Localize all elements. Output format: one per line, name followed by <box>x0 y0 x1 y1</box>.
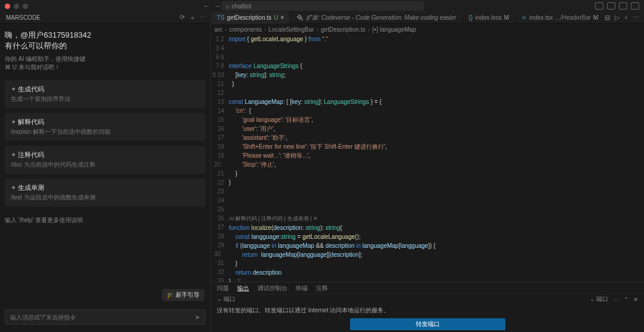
breadcrumb-item[interactable]: components <box>229 26 262 33</box>
panel-tabs: 问题输出调试控制台终端注释 <box>211 282 644 294</box>
suggestion-card[interactable]: 生成单测/test 为这段选中的函数生成单测 <box>5 179 206 207</box>
panel-left-label[interactable]: 端口 <box>217 295 235 303</box>
file-icon: ⚛ <box>522 14 527 21</box>
suggestion-card[interactable]: 生成代码生成一个冒泡排序算法 <box>5 80 206 108</box>
panel-tab[interactable]: 输出 <box>237 284 249 293</box>
panel-right-label[interactable]: 端口 <box>590 295 608 303</box>
compare-icon[interactable]: ⊟ <box>605 14 610 21</box>
tab[interactable]: ⚛ index.tsx .../HeaderBar M <box>516 12 600 24</box>
guide-button[interactable]: 🎓 新手引导 <box>162 289 204 301</box>
panel-close-icon[interactable]: ✕ <box>633 296 638 303</box>
extension-brand: MARSCODE ⟳ ＋ ⋯ <box>0 14 211 22</box>
chat-input-row: ➤ <box>5 309 206 325</box>
suggestion-card[interactable]: 解释代码/explain 解释一下当前选中函数的功能 <box>5 113 206 141</box>
panel-tab[interactable]: 问题 <box>217 284 229 293</box>
panel-tab[interactable]: 终端 <box>296 284 308 293</box>
file-icon: 🔌 <box>296 14 303 21</box>
breadcrumb-item[interactable]: {•} languageMap <box>372 26 416 33</box>
editor-pane: src›components›LocaleSettingBar›getDescr… <box>211 24 644 332</box>
suggestion-card[interactable]: 注释代码/doc 为当前选中的代码生成注释 <box>5 146 206 174</box>
greeting-sub2: ⌘ U 来与我对话吧！ <box>5 63 206 72</box>
breadcrumb-item[interactable]: src <box>214 26 222 33</box>
greeting-sub1: 你的 AI 编程助手，使用快捷键 <box>5 55 206 63</box>
back-icon[interactable]: ← <box>203 2 210 10</box>
file-icon: {} <box>469 14 473 21</box>
more-icon[interactable]: ⋯ <box>200 14 206 22</box>
forward-port-button[interactable]: 转发端口 <box>350 318 505 330</box>
breadcrumb-item[interactable]: LocaleSettingBar <box>269 26 314 33</box>
layout-controls <box>595 2 639 10</box>
breadcrumb-item[interactable]: getDescription.ts <box>321 26 365 33</box>
code-area[interactable]: 1 2 3 4 5 6 7 8 9 10 11 12 13 14 15 16 1… <box>211 35 644 282</box>
tab-bar: MARSCODE ⟳ ＋ ⋯ TS getDescription.ts U ×🔌… <box>0 12 644 24</box>
bottom-panel: 问题输出调试控制台终端注释 端口 端口 ⋯ ⌃ ✕ 没有转发的端口。转发端口以通… <box>211 282 644 332</box>
help-hint: 输入 '/help' 查看更多使用说明 <box>5 216 206 225</box>
search-icon: ⌕ <box>226 3 229 10</box>
file-icon: TS <box>217 14 225 21</box>
panel-maximize-icon[interactable]: ⌃ <box>624 296 628 303</box>
panel-tab[interactable]: 注释 <box>316 284 328 293</box>
history-icon[interactable]: ⟳ <box>180 14 185 22</box>
greeting-line2: 有什么可以帮你的 <box>5 41 206 51</box>
run-icon[interactable]: ▷ <box>615 14 620 21</box>
maximize-window[interactable] <box>23 4 28 9</box>
panel-more-icon[interactable]: ⋯ <box>613 296 619 303</box>
toggle-panel-bottom-icon[interactable] <box>607 2 615 10</box>
panel-tab[interactable]: 调试控制台 <box>257 284 287 293</box>
close-icon[interactable]: × <box>281 14 284 21</box>
toggle-panel-left-icon[interactable] <box>595 2 603 10</box>
titlebar: ← → ⌕ chatbot <box>0 0 644 12</box>
add-icon[interactable]: ＋ <box>189 14 195 22</box>
more-tab-icon[interactable]: ⋯ <box>633 14 639 21</box>
tab[interactable]: TS getDescription.ts U × <box>211 12 290 24</box>
search-text: chatbot <box>232 3 252 10</box>
close-window[interactable] <box>5 4 10 9</box>
breadcrumb[interactable]: src›components›LocaleSettingBar›getDescr… <box>211 24 644 35</box>
panel-subheader: 端口 端口 ⋯ ⌃ ✕ <box>211 294 644 304</box>
minimize-window[interactable] <box>14 4 19 9</box>
chat-input[interactable] <box>10 314 191 321</box>
send-icon[interactable]: ➤ <box>195 313 200 321</box>
window-controls <box>5 4 28 9</box>
tab[interactable]: {} index.less M <box>463 12 516 24</box>
chat-sidebar: 嗨，@用户63175918342 有什么可以帮你的 你的 AI 编程助手，使用快… <box>0 24 211 332</box>
toggle-panel-right-icon[interactable] <box>619 2 627 10</box>
nav-arrows: ← → <box>203 2 221 10</box>
customize-layout-icon[interactable] <box>631 2 639 10</box>
split-icon[interactable]: ⫞ <box>624 14 628 21</box>
forward-icon[interactable]: → <box>214 2 221 10</box>
greeting-line1: 嗨，@用户63175918342 <box>5 30 206 41</box>
command-center[interactable]: ⌕ chatbot <box>221 1 424 11</box>
tab[interactable]: 🔌 扩展: Codeverse - Code Generation: Make … <box>290 12 462 24</box>
panel-message: 没有转发的端口。转发端口以通过 Internet 访问本地运行的服务。 <box>217 306 638 315</box>
